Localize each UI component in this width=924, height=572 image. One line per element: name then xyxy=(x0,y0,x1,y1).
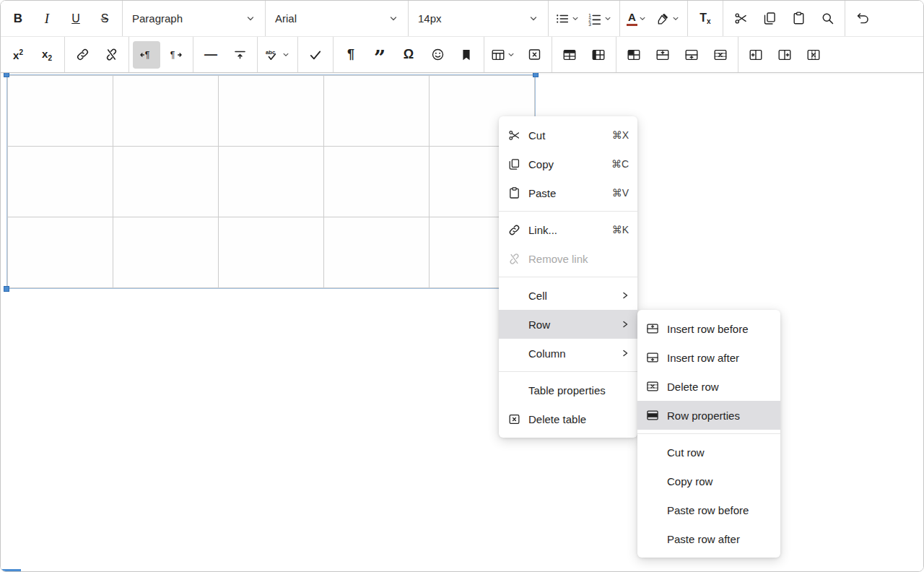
subscript-button[interactable]: x2 xyxy=(33,41,61,69)
format-select[interactable]: Paragraph xyxy=(123,1,265,36)
table-column-header-icon xyxy=(590,47,606,63)
menu-icon-placeholder xyxy=(506,345,522,361)
horizontal-rule-button[interactable]: — xyxy=(197,41,225,69)
font-size-select[interactable]: 14px xyxy=(409,1,548,36)
toolbar-row-2: x2 x2 ¶ xyxy=(1,37,923,73)
table-row-header-button[interactable] xyxy=(556,41,583,69)
insert-column-after-button[interactable] xyxy=(771,41,798,69)
checkmark-button[interactable] xyxy=(302,41,329,69)
delete-table-button[interactable] xyxy=(520,41,548,69)
spellcheck-button[interactable]: abc xyxy=(261,41,294,69)
table-cell[interactable] xyxy=(113,147,219,217)
strikethrough-icon: S xyxy=(101,12,109,25)
table-cell[interactable] xyxy=(324,147,430,217)
table-cell[interactable] xyxy=(8,147,113,217)
table-column-group xyxy=(738,37,831,72)
clear-formatting-button[interactable]: Tx xyxy=(692,5,719,32)
font-family-select[interactable]: Arial xyxy=(266,1,408,36)
delete-row-button[interactable] xyxy=(707,41,734,69)
italic-button[interactable]: I xyxy=(33,5,61,32)
table-cell[interactable] xyxy=(219,76,324,147)
menu-item-row[interactable]: Row xyxy=(499,310,637,339)
bullet-list-button[interactable] xyxy=(552,5,583,32)
delete-row-icon xyxy=(645,378,661,394)
ltr-button[interactable]: ¶ xyxy=(133,41,160,69)
submenu-item-cut-row[interactable]: Cut row xyxy=(637,438,780,467)
script-group: x2 x2 xyxy=(1,37,64,72)
table-cell[interactable] xyxy=(113,217,219,288)
insert-column-after-icon xyxy=(777,47,793,63)
highlight-color-button[interactable] xyxy=(653,5,684,32)
insert-row-before-icon xyxy=(655,47,671,63)
submenu-item-copy-row[interactable]: Copy row xyxy=(637,467,780,495)
link-icon xyxy=(75,47,90,62)
numbered-list-button[interactable]: 1 2 3 xyxy=(585,5,616,32)
insert-row-after-button[interactable] xyxy=(678,41,705,69)
underline-button[interactable]: U xyxy=(62,5,90,32)
insert-column-before-button[interactable] xyxy=(742,41,770,69)
emoji-icon xyxy=(430,47,445,62)
table-cell[interactable] xyxy=(219,147,324,217)
menu-item-link[interactable]: Link... ⌘K xyxy=(499,215,637,244)
menu-item-remove-link[interactable]: Remove link xyxy=(499,244,637,273)
spellcheck-group: abc xyxy=(258,37,297,72)
menu-item-table-properties[interactable]: Table properties xyxy=(499,376,637,404)
table-row xyxy=(8,147,535,217)
menu-item-copy[interactable]: Copy ⌘C xyxy=(499,150,637,178)
rtl-button[interactable]: ¶ xyxy=(162,41,189,69)
table-cell[interactable] xyxy=(324,76,430,147)
submenu-item-paste-row-after[interactable]: Paste row after xyxy=(637,524,780,553)
bold-button[interactable]: B xyxy=(4,5,32,32)
emoji-button[interactable] xyxy=(424,41,451,69)
text-color-button[interactable]: A xyxy=(624,5,651,32)
menu-item-label: Column xyxy=(528,347,614,360)
menu-item-column[interactable]: Column xyxy=(499,339,637,368)
delete-column-button[interactable] xyxy=(800,41,827,69)
blockquote-button[interactable]: ” xyxy=(366,41,393,69)
table-cell[interactable] xyxy=(8,76,113,147)
blockquote-icon: ” xyxy=(374,55,385,62)
editor-canvas[interactable] xyxy=(1,73,923,571)
insert-row-after-icon xyxy=(684,47,699,63)
insert-link-button[interactable] xyxy=(69,41,96,69)
menu-item-cut[interactable]: Cut ⌘X xyxy=(499,121,637,150)
menu-item-label: Table properties xyxy=(528,384,629,396)
paragraph-marks-button[interactable]: ¶ xyxy=(337,41,365,69)
copy-button[interactable] xyxy=(756,5,783,32)
page-break-button[interactable] xyxy=(226,41,253,69)
special-character-button[interactable]: Ω xyxy=(395,41,422,69)
superscript-button[interactable]: x2 xyxy=(4,41,32,69)
menu-item-delete-table[interactable]: Delete table xyxy=(499,404,637,433)
menu-item-cell[interactable]: Cell xyxy=(499,281,637,310)
insert-table-button[interactable] xyxy=(488,41,519,69)
submenu-item-row-properties[interactable]: Row properties xyxy=(637,401,780,430)
delete-row-icon xyxy=(712,47,728,63)
menu-item-paste[interactable]: Paste ⌘V xyxy=(499,178,637,207)
svg-text:¶: ¶ xyxy=(145,50,150,60)
chevron-down-icon xyxy=(672,15,679,22)
submenu-item-paste-row-before[interactable]: Paste row before xyxy=(637,495,780,524)
paste-button[interactable] xyxy=(785,5,812,32)
menu-item-label: Row properties xyxy=(667,410,772,422)
table-cell-properties-button[interactable] xyxy=(620,41,648,69)
table-cell[interactable] xyxy=(113,76,219,147)
bookmark-button[interactable] xyxy=(453,41,480,69)
submenu-item-insert-row-before[interactable]: Insert row before xyxy=(637,314,780,343)
submenu-item-delete-row[interactable]: Delete row xyxy=(637,372,780,401)
table-cell[interactable] xyxy=(8,217,113,288)
table-cell[interactable] xyxy=(219,217,324,288)
italic-icon: I xyxy=(45,11,49,27)
scissors-icon xyxy=(733,11,749,26)
insert-row-before-button[interactable] xyxy=(649,41,676,69)
table-column-header-button[interactable] xyxy=(585,41,612,69)
superscript-icon: x2 xyxy=(13,48,23,61)
table-cell[interactable] xyxy=(324,217,430,288)
table-row xyxy=(8,76,535,147)
remove-link-button[interactable] xyxy=(97,41,125,69)
undo-button[interactable] xyxy=(849,5,876,32)
table-resize-handle-bottom-left[interactable] xyxy=(4,286,9,292)
search-button[interactable] xyxy=(814,5,841,32)
submenu-item-insert-row-after[interactable]: Insert row after xyxy=(637,343,780,372)
cut-button[interactable] xyxy=(727,5,754,32)
strikethrough-button[interactable]: S xyxy=(91,5,118,32)
